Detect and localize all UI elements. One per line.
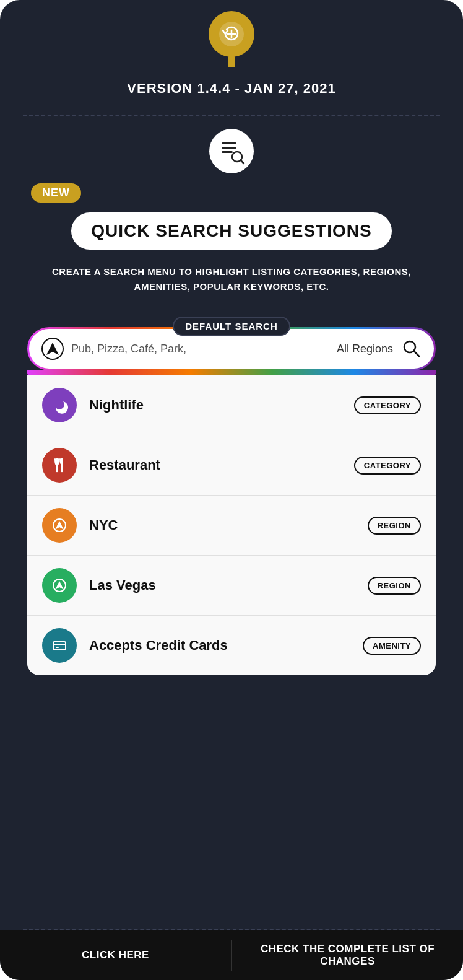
- result-icon: [42, 508, 77, 543]
- result-name: Nightlife: [89, 397, 354, 413]
- svg-line-12: [414, 351, 419, 356]
- result-name: Las Vegas: [89, 577, 368, 593]
- result-icon: [42, 448, 77, 483]
- top-divider: [23, 115, 439, 116]
- result-name: NYC: [89, 517, 368, 533]
- svg-rect-6: [222, 151, 233, 153]
- location-nav-icon: [41, 338, 64, 360]
- result-item[interactable]: Las VegasREGION: [27, 556, 436, 616]
- click-here-button[interactable]: CLICK HERE: [0, 930, 231, 980]
- svg-line-8: [241, 160, 244, 164]
- search-placeholder-text: Pub, Pizza, Café, Park,: [71, 343, 337, 356]
- result-item[interactable]: NightlifeCATEGORY: [27, 375, 436, 435]
- default-search-label: DEFAULT SEARCH: [173, 317, 290, 336]
- search-region-text: All Regions: [337, 343, 393, 356]
- feature-title-text: QUICK SEARCH SUGGESTIONS: [91, 221, 371, 240]
- pin-icon: [209, 11, 254, 67]
- svg-rect-5: [222, 147, 236, 149]
- result-item[interactable]: RestaurantCATEGORY: [27, 435, 436, 496]
- result-icon: [42, 568, 77, 603]
- check-changes-button[interactable]: CHECK THE COMPLETE LIST OF CHANGES: [232, 930, 463, 980]
- new-badge: NEW: [31, 183, 81, 203]
- feature-title-pill: QUICK SEARCH SUGGESTIONS: [71, 212, 391, 250]
- feature-icon: [209, 129, 254, 173]
- svg-rect-20: [53, 642, 66, 650]
- search-magnifier-icon[interactable]: [402, 339, 422, 359]
- result-item[interactable]: Accepts Credit CardsAMENITY: [27, 616, 436, 675]
- result-badge: CATEGORY: [354, 396, 421, 414]
- svg-marker-19: [55, 581, 64, 590]
- results-list: NightlifeCATEGORY RestaurantCATEGORY NYC…: [27, 375, 436, 675]
- result-badge: AMENITY: [363, 637, 421, 655]
- result-item[interactable]: NYCREGION: [27, 496, 436, 556]
- main-container: VERSION 1.4.4 - JAN 27, 2021 NEW QUICK S…: [0, 0, 463, 980]
- result-badge: REGION: [368, 577, 421, 595]
- result-icon: [42, 388, 77, 422]
- bottom-bar: CLICK HERE CHECK THE COMPLETE LIST OF CH…: [0, 930, 463, 980]
- svg-marker-10: [46, 343, 59, 355]
- list-search-icon: [218, 138, 245, 165]
- result-badge: CATEGORY: [354, 457, 421, 475]
- svg-marker-17: [55, 521, 64, 530]
- search-section: DEFAULT SEARCH Pub, Pizza, Café, Park, A…: [0, 317, 463, 700]
- result-name: Accepts Credit Cards: [89, 637, 363, 654]
- result-icon: [42, 628, 77, 663]
- color-accent-bar: [27, 370, 436, 375]
- result-badge: REGION: [368, 517, 421, 535]
- version-label: VERSION 1.4.4 - JAN 27, 2021: [127, 81, 335, 97]
- result-name: Restaurant: [89, 457, 354, 473]
- subtitle-text: CREATE A SEARCH MENU TO HIGHLIGHT LISTIN…: [0, 265, 463, 294]
- svg-rect-4: [222, 142, 236, 144]
- svg-rect-22: [56, 647, 59, 648]
- pin-icon-wrapper: [209, 11, 254, 69]
